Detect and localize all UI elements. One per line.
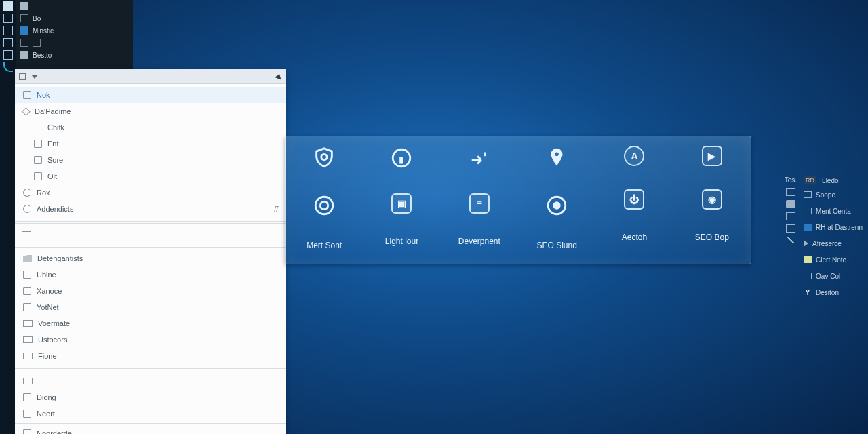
taskbar-strip: Bo Minstic Bestto — [16, 0, 133, 69]
spacer-icon — [34, 123, 42, 132]
toolbar-icon[interactable] — [19, 73, 26, 80]
menu-item-label: Diong — [37, 393, 56, 401]
menu-item[interactable]: Sore — [15, 152, 286, 168]
menu-divider — [15, 423, 286, 424]
app-icon — [23, 271, 31, 279]
menu-item[interactable]: Ustocors — [15, 332, 286, 348]
menu-item-label: Addendicts — [37, 205, 73, 213]
taskbar-item[interactable]: Minstic — [16, 24, 133, 37]
app-icon — [23, 91, 31, 99]
app-icon — [23, 303, 31, 311]
item-icon — [804, 273, 812, 279]
item-icon — [804, 208, 812, 214]
rail-icon[interactable] — [3, 26, 13, 35]
tray-tile[interactable]: SEO Slund — [518, 136, 595, 264]
card-icon — [23, 378, 33, 384]
menu-item[interactable] — [15, 373, 286, 389]
app-icon — [23, 287, 31, 295]
menu-item[interactable]: Da'Padime — [15, 103, 286, 119]
rail-logo-icon — [3, 62, 13, 72]
rail-icon[interactable] — [3, 38, 13, 47]
menu-item-label: Ubine — [37, 271, 56, 279]
menu-item[interactable]: Ubine — [15, 267, 286, 283]
shield-icon — [312, 146, 336, 170]
tray-tile[interactable]: ≡ Deverpnent — [441, 136, 518, 264]
tile-caption: Mert Sont — [307, 241, 342, 250]
gadget-item[interactable]: YDesiton — [804, 286, 863, 298]
menu-item[interactable]: Diong — [15, 389, 286, 406]
play-icon: ▶ — [702, 146, 722, 166]
taskbar-item[interactable]: Bo — [16, 12, 133, 24]
search-icon — [22, 231, 31, 239]
gadget-item[interactable]: Soope — [804, 189, 863, 201]
card-icon — [23, 353, 33, 359]
taskbar-item-label: Bo — [33, 15, 41, 22]
app-icon — [20, 14, 28, 22]
info-circle-icon — [389, 146, 414, 170]
item-icon — [804, 191, 812, 198]
menu-item[interactable]: Chifk — [15, 119, 286, 136]
arrow-icon — [467, 146, 492, 170]
taskbar-item-label: Minstic — [33, 27, 54, 35]
menu-item-label: Xanoce — [37, 287, 62, 295]
gadget-panel: Tes. RD Lledo Soope Ment Centa RH at Das… — [785, 176, 863, 298]
menu-section-bottom: Diong Neert Noorderde — [15, 370, 286, 434]
tray-tile[interactable]: A ⏻ Aectoh — [595, 136, 673, 264]
tray-tile[interactable]: ▣ Light lour — [363, 136, 440, 264]
tray-tile[interactable]: ▶ ◉ SEO Bop — [673, 136, 751, 264]
card-icon: ▣ — [391, 193, 412, 214]
menu-item-label: Neert — [37, 410, 55, 418]
gadget-item[interactable]: Afreserce — [804, 237, 863, 250]
menu-item[interactable]: Olt — [15, 168, 286, 184]
svg-point-1 — [315, 197, 333, 214]
gadget-badge: RD — [804, 176, 816, 184]
taskbar-item-label: Bestto — [33, 52, 52, 59]
menu-section-top: Nok Da'Padime Chifk Ent Sore Olt Rox Ad — [15, 84, 286, 220]
menu-item[interactable]: Detengantists — [15, 250, 286, 267]
gadget-header: RD Lledo — [804, 176, 863, 184]
taskbar-item[interactable]: Bestto — [16, 49, 133, 61]
menu-item[interactable]: Addendicts ff — [15, 201, 286, 217]
dropdown-icon[interactable] — [31, 75, 38, 79]
menu-item[interactable]: Fione — [15, 348, 286, 364]
gadget-item[interactable]: Ment Centa — [804, 205, 863, 217]
window-icon[interactable] — [786, 212, 795, 220]
gadget-item[interactable]: Oav Col — [804, 270, 863, 282]
gadget-item-label: Soope — [816, 191, 835, 199]
menu-item[interactable]: Voermate — [15, 315, 286, 332]
camera-icon[interactable] — [786, 200, 795, 208]
app-icon — [23, 429, 31, 434]
folder-icon — [23, 255, 32, 262]
menu-item[interactable]: Noorderde — [15, 425, 286, 434]
arrow-icon — [804, 240, 808, 247]
taskbar-item[interactable] — [16, 0, 133, 12]
window-icon[interactable] — [786, 188, 795, 196]
gadget-item[interactable]: Clert Note — [804, 254, 863, 266]
toolbar-marker-icon — [275, 73, 283, 80]
gadget-title: Lledo — [822, 177, 838, 184]
menu-item[interactable]: Rox — [15, 184, 286, 201]
tray-tile[interactable]: Mert Sont — [285, 136, 363, 264]
refresh-icon — [23, 189, 31, 197]
menu-divider — [15, 368, 286, 369]
rail-icon[interactable] — [3, 50, 13, 60]
menu-item[interactable]: Ent — [15, 136, 286, 152]
gadget-icon-column: Tes. — [785, 176, 797, 298]
gadget-item-label: Clert Note — [816, 256, 846, 264]
gadget-item[interactable]: RH at Dastrenn — [804, 221, 863, 233]
menu-item[interactable]: YotNet — [15, 299, 286, 315]
menu-item-label: YotNet — [37, 303, 59, 311]
rail-icon[interactable] — [3, 1, 13, 11]
menu-search[interactable] — [15, 223, 286, 248]
note-icon — [804, 256, 812, 263]
start-menu: Nok Da'Padime Chifk Ent Sore Olt Rox Ad — [15, 69, 286, 434]
rail-icon[interactable] — [3, 14, 13, 23]
menu-item[interactable]: Xanoce — [15, 283, 286, 299]
taskbar-item[interactable] — [16, 37, 133, 49]
graph-icon[interactable] — [786, 237, 795, 243]
app-icon — [20, 51, 28, 59]
menu-item[interactable]: Neert — [15, 406, 286, 422]
window-icon[interactable] — [786, 224, 795, 233]
camera-icon: ◉ — [702, 189, 722, 210]
menu-item-nok[interactable]: Nok — [15, 87, 286, 103]
